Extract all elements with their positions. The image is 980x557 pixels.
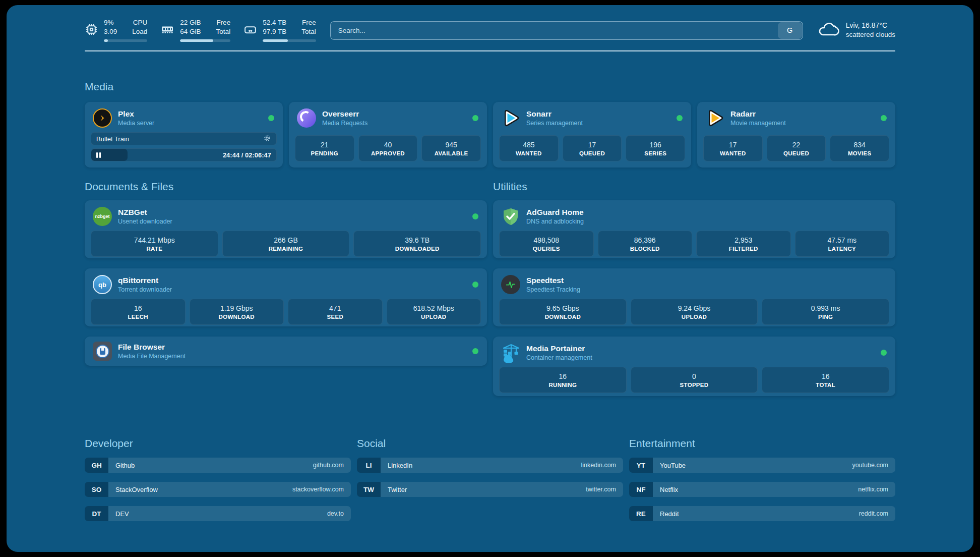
app-desc: Torrent downloader xyxy=(118,286,172,293)
app-name: Radarr xyxy=(730,109,786,119)
stat-tile: 945 AVAILABLE xyxy=(421,135,481,161)
app-desc: Media server xyxy=(118,120,154,127)
weather-widget: Lviv, 16.87°C scattered clouds xyxy=(817,21,895,40)
stat-tile: 22 QUEUED xyxy=(767,135,826,161)
stat-tile: 17 QUEUED xyxy=(563,135,622,161)
stat-tile: 47.57 ms LATENCY xyxy=(795,231,890,257)
disk-stat: 52.4 TB Free 97.9 TB Total xyxy=(243,19,316,42)
app-desc: Usenet downloader xyxy=(118,218,172,225)
header-divider xyxy=(85,50,895,51)
link-netflix[interactable]: NF Netflix netflix.com xyxy=(629,482,895,497)
stat-tile: 266 GB REMAINING xyxy=(222,231,350,257)
section-title-utilities: Utilities xyxy=(493,181,895,193)
app-card-adguard[interactable]: AdGuard Home DNS and adblocking 498,508 … xyxy=(493,200,895,258)
section-title-media: Media xyxy=(85,81,895,93)
stat-tile: 21 PENDING xyxy=(295,135,354,161)
cpu-load: 3.09 xyxy=(104,28,117,36)
section-title-documents: Documents & Files xyxy=(85,181,487,193)
link-dev[interactable]: DT DEV dev.to xyxy=(85,506,351,521)
stat-tile: 16 LEECH xyxy=(91,299,186,325)
app-desc: DNS and adblocking xyxy=(526,218,584,225)
pause-icon[interactable] xyxy=(96,152,101,158)
stat-tile: 471 SEED xyxy=(288,299,383,325)
app-desc: Media File Management xyxy=(118,353,186,360)
disk-icon xyxy=(243,23,257,38)
stat-tile: 39.6 TB DOWNLOADED xyxy=(353,231,481,257)
app-card-filebrowser[interactable]: File Browser Media File Management xyxy=(85,337,487,366)
gear-icon[interactable] xyxy=(263,134,271,144)
filebrowser-icon xyxy=(93,342,112,361)
search-input[interactable] xyxy=(331,27,778,34)
system-stats: 9% CPU 3.09 Load xyxy=(85,19,316,42)
search-engine-button[interactable]: G xyxy=(778,22,802,39)
section-title-developer: Developer xyxy=(85,437,351,450)
status-dot xyxy=(472,115,478,121)
disk-free: 52.4 TB xyxy=(263,19,286,27)
status-dot xyxy=(268,115,274,121)
disk-label1: Free xyxy=(301,19,316,27)
link-youtube[interactable]: YT YouTube youtube.com xyxy=(629,458,895,473)
entertainment-links: Entertainment YT YouTube youtube.com NF … xyxy=(629,437,895,530)
media-cards-row: Plex Media server Bullet Train xyxy=(85,102,895,168)
documents-column: Documents & Files nzbget NZBGet Usenet d… xyxy=(85,181,487,406)
app-card-radarr[interactable]: Radarr Movie management 17 WANTED 22 QUE… xyxy=(697,102,895,168)
app-desc: Media Requests xyxy=(322,120,368,127)
cpu-icon xyxy=(85,23,98,38)
stat-tile: 744.21 Mbps RATE xyxy=(91,231,218,257)
status-dot xyxy=(881,350,887,356)
cpu-stat: 9% CPU 3.09 Load xyxy=(85,19,147,42)
playback-time: 24:44 / 02:06:47 xyxy=(223,151,271,159)
app-card-nzbget[interactable]: nzbget NZBGet Usenet downloader 744.21 M… xyxy=(85,200,487,258)
link-twitter[interactable]: TW Twitter twitter.com xyxy=(357,482,623,497)
app-name: qBittorrent xyxy=(118,276,172,285)
app-name: Speedtest xyxy=(526,276,580,285)
app-card-portainer[interactable]: Media Portainer Container management 16 … xyxy=(493,337,895,396)
cpu-label2: Load xyxy=(132,28,147,36)
ram-total: 64 GiB xyxy=(180,28,201,36)
now-playing-title: Bullet Train xyxy=(96,135,129,143)
stat-tile: 498,508 QUERIES xyxy=(499,231,594,257)
disk-total: 97.9 TB xyxy=(263,28,286,36)
stat-tile: 1.19 Gbps DOWNLOAD xyxy=(190,299,284,325)
adguard-icon xyxy=(501,207,520,226)
status-dot xyxy=(472,348,478,354)
stat-tile: 196 SERIES xyxy=(626,135,685,161)
app-name: Sonarr xyxy=(526,109,583,119)
weather-condition: scattered clouds xyxy=(846,30,895,39)
ram-free: 22 GiB xyxy=(180,19,201,27)
app-desc: Speedtest Tracking xyxy=(526,286,580,293)
ram-label2: Total xyxy=(216,28,231,36)
plex-icon xyxy=(93,108,112,128)
stat-tile: 17 WANTED xyxy=(703,135,763,161)
app-card-sonarr[interactable]: Sonarr Series management 485 WANTED 17 Q… xyxy=(493,102,691,168)
qbittorrent-icon: qb xyxy=(93,275,112,294)
link-github[interactable]: GH Github github.com xyxy=(85,458,351,473)
speedtest-icon xyxy=(501,275,520,294)
app-name: Plex xyxy=(118,109,154,119)
stat-tile: 0 STOPPED xyxy=(631,367,758,393)
cpu-usage: 9% xyxy=(104,19,117,27)
stat-tile: 0.993 ms PING xyxy=(762,299,889,325)
media-player-bar[interactable]: 24:44 / 02:06:47 xyxy=(91,148,277,161)
section-title-social: Social xyxy=(357,437,623,450)
app-card-qbittorrent[interactable]: qb qBittorrent Torrent downloader 16 LEE… xyxy=(85,268,487,326)
app-desc: Container management xyxy=(526,354,592,361)
top-bar: 9% CPU 3.09 Load xyxy=(85,17,895,43)
stat-tile: 834 MOVIES xyxy=(830,135,889,161)
stat-tile: 40 APPROVED xyxy=(358,135,418,161)
link-linkedin[interactable]: LI LinkedIn linkedin.com xyxy=(357,458,623,473)
ram-label1: Free xyxy=(216,19,231,27)
radarr-icon xyxy=(705,108,724,128)
cpu-label1: CPU xyxy=(132,19,147,27)
app-card-overseerr[interactable]: Overseerr Media Requests 21 PENDING 40 A… xyxy=(289,102,487,168)
nzbget-icon: nzbget xyxy=(93,207,112,226)
stat-tile: 16 RUNNING xyxy=(499,367,627,393)
link-stackoverflow[interactable]: SO StackOverflow stackoverflow.com xyxy=(85,482,351,497)
app-card-plex[interactable]: Plex Media server Bullet Train xyxy=(85,102,283,168)
app-name: Media Portainer xyxy=(526,344,592,353)
app-desc: Series management xyxy=(526,120,583,127)
disk-label2: Total xyxy=(301,28,316,36)
social-links: Social LI LinkedIn linkedin.com TW Twitt… xyxy=(357,437,623,530)
link-reddit[interactable]: RE Reddit reddit.com xyxy=(629,506,895,521)
app-card-speedtest[interactable]: Speedtest Speedtest Tracking 9.65 Gbps D… xyxy=(493,268,895,326)
